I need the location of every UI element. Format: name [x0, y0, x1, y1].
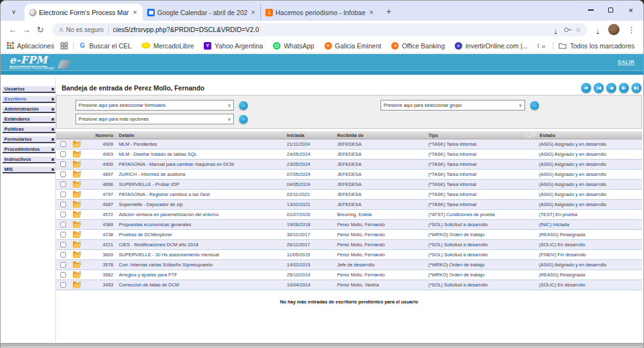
folder-icon[interactable] [73, 151, 82, 158]
apps-label[interactable]: Aplicaciones [17, 42, 54, 50]
table-row[interactable]: 4896 SUPERVIELLE - Probar IZIP 04/05/202… [56, 180, 642, 190]
header-iniciada[interactable]: Iniciada [285, 133, 335, 138]
row-checkbox[interactable] [60, 202, 66, 207]
entry-detail[interactable]: ZURICH - Informes de auditoria [116, 171, 285, 177]
bookmark-item[interactable]: Galicia Eminent [325, 42, 382, 50]
sidebar-section-header[interactable]: Usuarios [3, 86, 55, 93]
entry-detail[interactable]: MLM - Diseñar tratado de tablas SQL [116, 151, 285, 157]
pager-button[interactable]: ⇄ [581, 83, 591, 93]
sidebar-section-header[interactable]: Administración [3, 106, 55, 113]
entry-detail[interactable]: MLM - Pendientes [116, 141, 285, 147]
horizontal-scrollbar[interactable] [1, 343, 643, 347]
row-checkbox[interactable] [60, 272, 66, 278]
folder-icon[interactable] [73, 141, 82, 148]
bookmark-item[interactable]: VISA [538, 42, 539, 50]
bookmarks-overflow-icon[interactable]: » [541, 42, 545, 50]
header-estado[interactable]: Estado [526, 133, 642, 138]
profile-avatar[interactable] [608, 24, 619, 35]
folder-icon[interactable] [73, 251, 82, 258]
minimize-button[interactable] [580, 1, 601, 19]
new-tab-button[interactable]: + [382, 4, 396, 18]
folder-icon[interactable] [73, 261, 82, 268]
row-checkbox[interactable] [60, 141, 66, 147]
sidebar-section-header[interactable]: Formularios [3, 136, 55, 143]
row-checkbox[interactable] [60, 282, 66, 288]
apps-grid-icon[interactable] [7, 42, 14, 49]
entry-detail[interactable]: Corr. Internas varias S/diseño S/presupu… [116, 262, 285, 268]
folder-icon[interactable] [73, 241, 82, 248]
header-numero[interactable]: Número [86, 133, 116, 138]
entry-detail[interactable]: Propuestas economicas generales [116, 222, 285, 227]
back-icon[interactable]: ← [6, 25, 19, 35]
group-select[interactable]: Presione aqui para seleccionar grupo ∨ [380, 100, 525, 111]
pager-button[interactable]: ▶| [631, 83, 641, 93]
browser-tab[interactable]: Hacemos periodismo - Infobae × [261, 4, 379, 21]
entry-detail[interactable]: PATAGONIA - Manual para cambiar maquinas… [116, 161, 285, 167]
options-select[interactable]: Presione aqui para más opciones ∨ [75, 114, 234, 124]
entry-detail[interactable]: Correccion de fallas de DCM [116, 282, 285, 288]
password-key-icon[interactable] [564, 28, 569, 32]
folder-icon[interactable] [73, 181, 82, 188]
logout-link[interactable]: SALIR [618, 59, 635, 65]
table-row[interactable]: 4687 Supervielle - Depurador de zip 13/0… [56, 200, 642, 210]
table-row[interactable]: 4221 CIES - Modificaciones DCM año 2018 … [56, 240, 642, 250]
table-row[interactable]: 4572 Adición ventana en parametrización … [56, 210, 642, 220]
pager-button[interactable]: ◀ [606, 83, 616, 93]
all-bookmarks-button[interactable]: Todos los marcadores [558, 42, 635, 50]
menu-kebab-icon[interactable]: ⋮ [625, 25, 638, 35]
entry-detail[interactable]: SUPERVIELLE - 30 Hs asesoramiento mensua… [116, 252, 285, 258]
bookmark-item[interactable]: WhatsApp [273, 42, 314, 50]
tab-close-icon[interactable]: × [250, 8, 257, 17]
reading-list-icon[interactable] [60, 42, 68, 50]
row-checkbox[interactable] [60, 182, 66, 187]
entry-detail[interactable]: Arreglos y ajustes para PTF [116, 272, 285, 278]
pager-button[interactable]: |◀ [594, 83, 604, 93]
send-to-device-icon[interactable]: ↓ [554, 26, 557, 33]
bookmark-item[interactable]: invertirOnline.com |... [455, 42, 528, 50]
search-icon[interactable] [529, 133, 535, 138]
sidebar-section-header[interactable]: Políticas [3, 126, 55, 133]
folder-icon[interactable] [73, 211, 82, 218]
folder-icon[interactable] [73, 281, 82, 288]
bookmark-item[interactable]: Yahoo Argentina [204, 42, 263, 50]
header-tipo[interactable]: Tipo [426, 133, 526, 138]
row-checkbox[interactable] [60, 252, 66, 258]
browser-tab[interactable]: Electronic Form's Process Mana × [25, 4, 143, 21]
row-checkbox[interactable] [60, 151, 66, 157]
table-row[interactable]: 4897 ZURICH - Informes de auditoria 07/0… [56, 170, 642, 180]
row-checkbox[interactable] [60, 232, 66, 237]
reload-icon[interactable]: ↻ [33, 25, 47, 35]
sidebar-section-header[interactable]: MIS [3, 166, 55, 173]
table-row[interactable]: 4900 PATAGONIA - Manual para cambiar maq… [56, 160, 642, 170]
folder-icon[interactable] [73, 191, 82, 198]
downloads-icon[interactable]: ↓ [596, 26, 599, 33]
forward-icon[interactable]: → [19, 25, 33, 35]
table-row[interactable]: 4238 Pruebas de DCMexplorer 30/11/2017 P… [56, 230, 642, 240]
group-go-button[interactable]: → [530, 101, 539, 110]
table-row[interactable]: 4797 PATAGONIA - Registrar cambios a las… [56, 190, 642, 200]
header-recibida[interactable]: Recibida de [335, 133, 426, 138]
row-checkbox[interactable] [60, 212, 66, 217]
entry-detail[interactable]: Adición ventana en parametrización del e… [116, 212, 285, 217]
entry-detail[interactable]: Pruebas de DCMexplorer [116, 232, 285, 237]
bookmark-item[interactable]: Buscar el CEL [79, 42, 131, 50]
folder-icon[interactable] [73, 231, 82, 238]
table-row[interactable]: 3609 SUPERVIELLE - 30 Hs asesoramiento m… [56, 250, 642, 260]
url-input[interactable]: ⚠ No es seguro cies5/zfrsrvpp.php?&PRDID… [52, 23, 587, 36]
sidebar-section-header[interactable]: Estándares [3, 116, 55, 123]
form-go-button[interactable]: → [239, 101, 248, 110]
bookmark-item[interactable]: Office Banking [391, 42, 445, 50]
tab-close-icon[interactable]: × [368, 8, 375, 17]
table-row[interactable]: 3578 Corr. Internas varias S/diseño S/pr… [56, 260, 642, 270]
table-row[interactable]: 3562 Arreglos y ajustes para PTF 25/10/2… [56, 270, 642, 280]
row-checkbox[interactable] [60, 171, 66, 177]
row-checkbox[interactable] [60, 161, 66, 167]
browser-tab[interactable]: Google Calendar - abril de 202 × [143, 4, 261, 21]
row-checkbox[interactable] [60, 192, 66, 197]
maximize-button[interactable] [601, 1, 621, 19]
entry-detail[interactable]: Supervielle - Depurador de zip [116, 202, 285, 207]
header-detalle[interactable]: Detalle [116, 133, 285, 138]
folder-icon[interactable] [73, 221, 82, 228]
sidebar-section-header[interactable]: Instructivos [3, 156, 55, 163]
tab-search-button[interactable]: ∨ [7, 4, 21, 18]
